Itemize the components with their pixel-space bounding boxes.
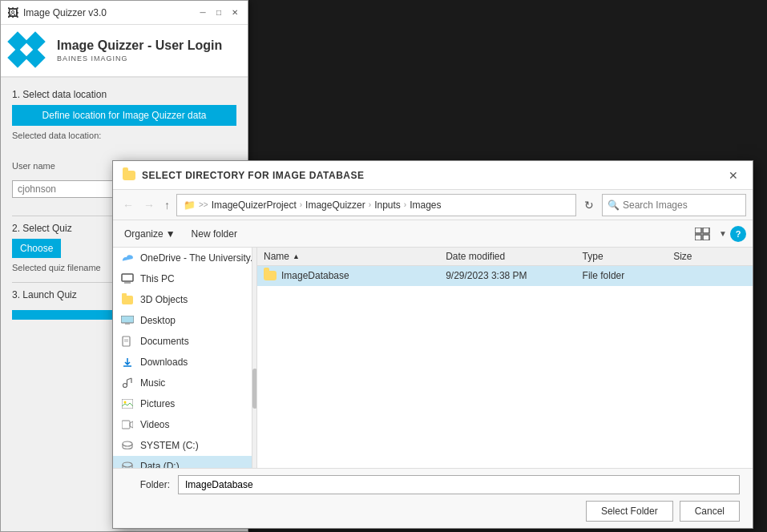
help-button[interactable]: ? xyxy=(730,226,746,242)
sidebar-item-desktop[interactable]: Desktop xyxy=(113,310,256,331)
toolbar-right: ▼ ? xyxy=(690,226,746,242)
bg-titlebar: 🖼 Image Quizzer v3.0 ─ □ ✕ xyxy=(1,1,248,25)
sidebar-item-pictures[interactable]: Pictures xyxy=(113,393,256,414)
sidebar-item-pictures-label: Pictures xyxy=(140,398,175,409)
breadcrumb-part-1: ImageQuizzer xyxy=(305,200,365,211)
dialog-title-left: SELECT DIRECTORY FOR IMAGE DATABASE xyxy=(123,170,365,181)
col-name-label: Name xyxy=(264,251,289,262)
sidebar-item-documents[interactable]: Documents xyxy=(113,331,256,352)
bg-window-title-area: 🖼 Image Quizzer v3.0 xyxy=(7,6,107,19)
svg-rect-3 xyxy=(703,235,709,240)
breadcrumb-part-3: Images xyxy=(410,200,441,211)
svg-rect-16 xyxy=(122,399,133,409)
file-type-cell: File folder xyxy=(583,270,674,281)
view-grid-icon xyxy=(695,228,711,240)
breadcrumb-bar[interactable]: 📁 >> ImageQuizerProject › ImageQuizzer ›… xyxy=(176,194,576,216)
drive-c-icon xyxy=(121,439,134,452)
svg-rect-2 xyxy=(695,235,701,240)
sidebar-item-systemc[interactable]: SYSTEM (C:) xyxy=(113,435,256,456)
section1-label: 1. Select data location xyxy=(12,89,236,100)
search-box[interactable]: 🔍 xyxy=(602,194,746,216)
toolbar-left: Organize ▼ New folder xyxy=(119,226,242,242)
logo-text: Image Quizzer - User Login BAINES IMAGIN… xyxy=(57,38,222,62)
sidebar-item-datad-label: Data (D:) xyxy=(140,461,180,468)
svg-point-12 xyxy=(123,384,127,388)
sidebar-item-onedrive-label: OneDrive - The University... xyxy=(140,252,257,264)
column-size-header[interactable]: Size xyxy=(673,251,746,262)
column-name-header[interactable]: Name ▲ xyxy=(264,251,446,262)
svg-rect-5 xyxy=(124,282,131,284)
organize-button[interactable]: Organize ▼ xyxy=(119,226,180,242)
nav-back-button[interactable]: ← xyxy=(119,197,137,213)
folder-label: Folder: xyxy=(126,479,170,490)
breadcrumb-separator-2: › xyxy=(369,200,371,209)
file-dialog: SELECT DIRECTORY FOR IMAGE DATABASE ✕ ← … xyxy=(112,160,753,529)
define-location-button[interactable]: Define location for Image Quizzer data xyxy=(12,105,236,126)
bg-close-button[interactable]: ✕ xyxy=(228,6,241,19)
bg-win-controls: ─ □ ✕ xyxy=(196,6,241,19)
nav-forward-button[interactable]: → xyxy=(140,197,158,213)
bg-window-icon: 🖼 xyxy=(7,6,18,19)
select-folder-button[interactable]: Select Folder xyxy=(586,501,673,522)
file-folder-icon xyxy=(264,271,277,280)
col-type-label: Type xyxy=(583,251,604,262)
view-toggle-button[interactable] xyxy=(690,226,716,242)
cancel-button[interactable]: Cancel xyxy=(680,501,740,522)
desktop-icon xyxy=(121,314,134,327)
sidebar-item-3dobjects-label: 3D Objects xyxy=(140,294,188,305)
sidebar-item-thispc[interactable]: This PC xyxy=(113,268,256,289)
footer-buttons: Select Folder Cancel xyxy=(126,501,740,522)
documents-icon xyxy=(121,335,134,348)
videos-icon xyxy=(121,418,134,431)
svg-rect-0 xyxy=(695,228,701,233)
dialog-footer: Folder: Select Folder Cancel xyxy=(113,468,753,528)
computer-icon xyxy=(121,272,134,285)
sidebar-item-3dobjects[interactable]: 3D Objects xyxy=(113,289,256,310)
sidebar-item-downloads-label: Downloads xyxy=(140,357,188,368)
dialog-file-content: Name ▲ Date modified Type Size xyxy=(257,248,753,468)
downloads-icon xyxy=(121,356,134,369)
search-icon: 🔍 xyxy=(608,200,620,211)
sidebar-scrollbar-thumb xyxy=(252,369,257,409)
column-type-header[interactable]: Type xyxy=(583,251,674,262)
pictures-icon xyxy=(121,397,134,410)
choose-quiz-button[interactable]: Choose xyxy=(12,239,61,258)
app-header: Image Quizzer - User Login BAINES IMAGIN… xyxy=(1,25,248,78)
sidebar-item-desktop-label: Desktop xyxy=(140,315,176,326)
dialog-sidebar: OneDrive - The University... This PC 3D … xyxy=(113,248,257,468)
table-row[interactable]: ImageDatabase 9/29/2023 3:38 PM File fol… xyxy=(257,266,753,286)
file-date-cell: 9/29/2023 3:38 PM xyxy=(446,270,582,281)
sidebar-item-videos[interactable]: Videos xyxy=(113,414,256,435)
bg-window-title-text: Image Quizzer v3.0 xyxy=(23,7,107,18)
sidebar-item-onedrive[interactable]: OneDrive - The University... xyxy=(113,248,256,268)
search-input[interactable] xyxy=(623,200,735,211)
svg-point-20 xyxy=(123,441,132,446)
dialog-nav-bar: ← → ↑ 📁 >> ImageQuizerProject › ImageQui… xyxy=(113,190,753,220)
new-folder-button[interactable]: New folder xyxy=(187,226,242,242)
file-list: ImageDatabase 9/29/2023 3:38 PM File fol… xyxy=(257,266,753,468)
folder-input[interactable] xyxy=(178,475,740,494)
folder-row: Folder: xyxy=(126,475,740,494)
col-date-label: Date modified xyxy=(446,251,505,262)
sidebar-scrollbar[interactable] xyxy=(252,248,256,468)
bg-maximize-button[interactable]: □ xyxy=(212,6,225,19)
sidebar-item-datad[interactable]: Data (D:) xyxy=(113,456,256,468)
sidebar-item-downloads[interactable]: Downloads xyxy=(113,352,256,373)
file-name-text: ImageDatabase xyxy=(281,270,349,281)
breadcrumb-part-2: Inputs xyxy=(374,200,401,211)
breadcrumb-separator-1: › xyxy=(300,200,302,209)
dialog-folder-icon xyxy=(123,171,135,180)
svg-rect-1 xyxy=(703,228,709,233)
selected-data-label: Selected data location: xyxy=(12,131,236,140)
drive-d-icon xyxy=(121,460,134,468)
nav-up-button[interactable]: ↑ xyxy=(161,197,173,213)
svg-rect-7 xyxy=(125,323,130,324)
sidebar-item-music[interactable]: Music xyxy=(113,373,256,393)
breadcrumb-separator-3: › xyxy=(404,200,406,209)
dialog-close-button[interactable]: ✕ xyxy=(724,166,743,185)
view-chevron-icon: ▼ xyxy=(719,229,727,238)
column-date-header[interactable]: Date modified xyxy=(446,251,582,262)
bg-minimize-button[interactable]: ─ xyxy=(196,6,209,19)
col-name-sort-icon: ▲ xyxy=(293,252,300,260)
refresh-button[interactable]: ↻ xyxy=(579,197,599,213)
